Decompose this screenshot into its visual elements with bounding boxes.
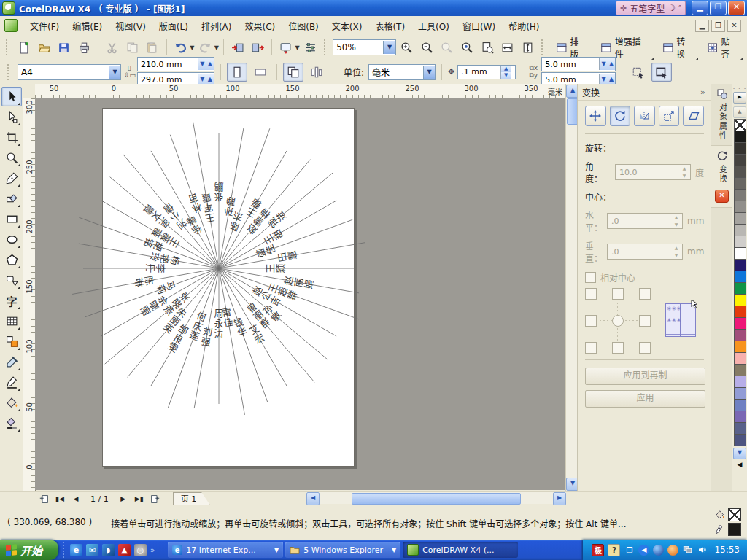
- palette-swatch-19[interactable]: [734, 341, 746, 353]
- last-page-button[interactable]: ▶▮: [132, 493, 147, 505]
- doc-restore-button[interactable]: ❐: [711, 20, 725, 32]
- redo-button[interactable]: [196, 38, 214, 57]
- quicklaunch-overflow-icon[interactable]: »: [150, 546, 155, 554]
- palette-swatch-9[interactable]: [734, 224, 746, 236]
- close-button[interactable]: ✕: [728, 1, 745, 15]
- tray-display-icon[interactable]: [682, 545, 693, 556]
- menu-bitmaps[interactable]: 位图(B): [282, 18, 325, 34]
- palette-scroll-up-button[interactable]: ▲: [733, 106, 746, 118]
- basic-shapes-tool[interactable]: [1, 271, 22, 290]
- anchor-point-5[interactable]: [639, 315, 651, 327]
- palette-swatch-27[interactable]: [734, 434, 746, 446]
- menu-help[interactable]: 帮助(H): [502, 18, 546, 34]
- minimize-button[interactable]: ▁: [692, 1, 708, 15]
- nudge-up[interactable]: ▲: [501, 66, 511, 72]
- tray-window-icon[interactable]: ❐: [624, 545, 635, 556]
- doc-close-button[interactable]: ✕: [727, 20, 741, 32]
- center-h-down[interactable]: ▼: [670, 221, 682, 228]
- menu-window[interactable]: 窗口(W): [456, 18, 502, 34]
- angle-down[interactable]: ▼: [678, 172, 690, 179]
- horizontal-scrollbar[interactable]: ◀ ▶: [306, 492, 566, 504]
- undo-button[interactable]: [171, 38, 190, 57]
- zoom-all-objects-button[interactable]: [458, 38, 477, 57]
- table-tool[interactable]: [1, 311, 22, 331]
- tray-help-icon[interactable]: ?: [608, 544, 620, 556]
- palette-swatch-23[interactable]: [734, 387, 746, 400]
- palette-swatch-6[interactable]: [734, 189, 746, 201]
- current-page-button[interactable]: [306, 63, 327, 82]
- palette-swatch-12[interactable]: [734, 259, 746, 271]
- paste-button[interactable]: [143, 38, 162, 57]
- vertical-scrollbar[interactable]: ▲ ▼: [565, 84, 578, 491]
- all-pages-button[interactable]: [283, 63, 303, 82]
- anchor-point-8[interactable]: [639, 342, 651, 354]
- ime-move-icon[interactable]: ✛: [620, 4, 627, 13]
- ellipse-tool[interactable]: [1, 230, 22, 249]
- palette-swatch-2[interactable]: [734, 142, 746, 155]
- transform-position-button[interactable]: [585, 106, 606, 126]
- palette-swatch-14[interactable]: [734, 282, 746, 295]
- transform-rotate-button[interactable]: [610, 106, 631, 126]
- palette-swatch-4[interactable]: [734, 166, 746, 178]
- palette-expand-button[interactable]: ◀: [738, 461, 743, 468]
- drawing-canvas[interactable]: 周永涛刘强何庆莲邹良雯朱丽英张晓燕余晓丽马莉陈琳李丹杨艳玲胡铭王薇薇吴文霞刘小倩…: [35, 98, 565, 490]
- horizontal-scroll-thumb[interactable]: [352, 493, 521, 505]
- transform-skew-button[interactable]: [683, 106, 704, 126]
- menu-view[interactable]: 视图(V): [109, 18, 152, 34]
- restore-button[interactable]: ❐: [710, 1, 727, 15]
- rectangle-tool[interactable]: [1, 209, 22, 229]
- smart-fill-tool[interactable]: [1, 189, 22, 209]
- units-input[interactable]: [369, 66, 423, 79]
- vertical-ruler[interactable]: 300250200150100500: [23, 98, 36, 491]
- center-v-down[interactable]: ▼: [670, 252, 682, 259]
- copy-button[interactable]: [123, 38, 142, 57]
- palette-swatch-24[interactable]: [734, 399, 746, 411]
- anchor-point-4[interactable]: [612, 315, 624, 327]
- treat-as-filled-button[interactable]: [628, 63, 649, 82]
- palette-swatch-17[interactable]: [734, 317, 746, 330]
- center-vertical-field[interactable]: ▲▼: [607, 244, 683, 260]
- zoom-page-width-button[interactable]: [498, 38, 517, 57]
- paper-width-up[interactable]: ▲: [206, 58, 214, 70]
- center-horizontal-input[interactable]: [608, 214, 670, 228]
- pick-tool[interactable]: [1, 87, 22, 106]
- menu-table[interactable]: 表格(T): [368, 18, 411, 34]
- palette-swatch-5[interactable]: [734, 177, 746, 190]
- treat-outline-button[interactable]: [651, 63, 672, 82]
- crop-tool[interactable]: [1, 128, 22, 147]
- palette-swatch-21[interactable]: [734, 364, 746, 376]
- toolbar-grip[interactable]: [6, 39, 10, 55]
- zoom-tool[interactable]: [1, 148, 22, 168]
- fill-tool[interactable]: [1, 393, 22, 413]
- anchor-point-1[interactable]: [612, 288, 624, 300]
- open-button[interactable]: [34, 38, 53, 57]
- horizontal-ruler[interactable]: 50050100150200250300350毫米: [35, 84, 565, 99]
- paper-type-dropdown[interactable]: ▼: [109, 66, 120, 79]
- docker-close-button[interactable]: ✕: [715, 190, 729, 203]
- ime-toolbar[interactable]: ✛ 五笔字型 ☽°: [616, 1, 686, 15]
- anchor-point-0[interactable]: [585, 288, 597, 300]
- zoom-in-button[interactable]: [398, 38, 417, 57]
- interactive-fill-tool[interactable]: [1, 413, 22, 433]
- quicklaunch-ie-icon[interactable]: e: [70, 544, 82, 556]
- text-tool[interactable]: 字: [1, 291, 22, 311]
- palette-flyout-button[interactable]: ▶: [733, 92, 746, 104]
- palette-swatch-7[interactable]: [734, 201, 746, 213]
- undo-dropdown[interactable]: ▼: [190, 44, 194, 51]
- apply-button[interactable]: 应用: [585, 390, 705, 408]
- palette-swatch-1[interactable]: [734, 131, 746, 143]
- quicklaunch-security-icon[interactable]: ▲: [118, 544, 131, 556]
- import-button[interactable]: [228, 38, 247, 57]
- paper-width-input[interactable]: [138, 59, 198, 70]
- apply-to-duplicate-button[interactable]: 应用到再制: [585, 368, 705, 385]
- portrait-button[interactable]: [227, 63, 247, 82]
- ruler-origin[interactable]: [23, 84, 36, 99]
- zoom-combo-dropdown[interactable]: ▼: [383, 41, 395, 54]
- menu-file[interactable]: 文件(F): [23, 18, 66, 34]
- palette-no-color-swatch[interactable]: [734, 119, 746, 131]
- ime-moon-icon[interactable]: ☽: [667, 3, 676, 13]
- fill-indicator[interactable]: [715, 508, 741, 521]
- convert-button[interactable]: 转换: [657, 33, 700, 62]
- add-page-end-button[interactable]: [148, 493, 163, 505]
- palette-swatch-18[interactable]: [734, 329, 746, 341]
